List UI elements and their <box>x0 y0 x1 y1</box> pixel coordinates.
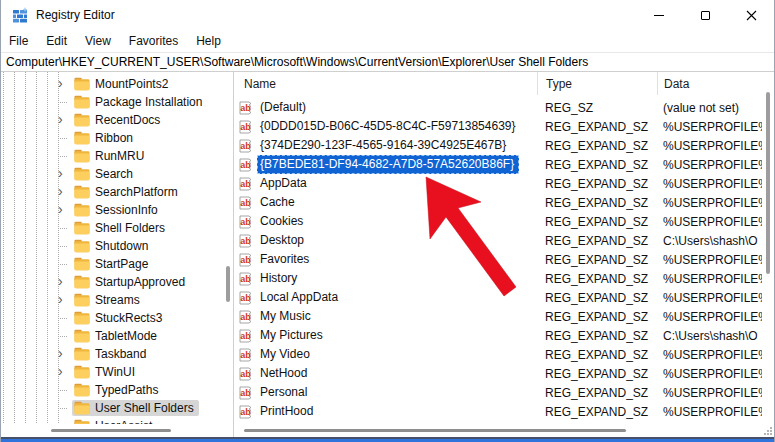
tree-item[interactable]: TypedPaths <box>1 381 223 399</box>
value-name[interactable]: My Music <box>257 307 316 326</box>
tree-item-box[interactable]: Taskband <box>72 346 151 362</box>
value-name[interactable]: AppData <box>257 174 312 193</box>
tree-item[interactable]: RunMRU <box>1 147 223 165</box>
list-vscroll-thumb[interactable] <box>766 92 770 274</box>
list-horizontal-scrollbar[interactable] <box>234 424 762 437</box>
value-row[interactable]: ab AppData REG_EXPAND_SZ %USERPROFILE% <box>234 174 774 193</box>
menu-item[interactable]: Favorites <box>129 32 187 51</box>
column-header-type[interactable]: Type <box>537 72 657 95</box>
value-name[interactable]: Cache <box>257 193 300 212</box>
column-header-data[interactable]: Data <box>657 72 774 95</box>
tree-item-box[interactable]: StartupApproved <box>72 274 190 290</box>
value-name[interactable]: {B7BEDE81-DF94-4682-A7D8-57A52620B86F} <box>257 155 519 174</box>
value-name[interactable]: PrintHood <box>257 402 318 421</box>
value-name-cell[interactable]: ab Desktop <box>234 231 537 250</box>
tree-item[interactable]: › Taskband <box>1 345 223 363</box>
tree-item-box[interactable]: TypedPaths <box>72 382 163 398</box>
tree-twisty[interactable] <box>58 242 72 251</box>
value-name[interactable]: {374DE290-123F-4565-9164-39C4925E467B} <box>257 136 511 155</box>
menu-item[interactable]: Help <box>196 32 230 51</box>
value-row[interactable]: ab (Default) REG_SZ (value not set) <box>234 98 774 117</box>
value-name[interactable]: History <box>257 269 302 288</box>
tree-item[interactable]: Shutdown <box>1 237 223 255</box>
tree-twisty[interactable] <box>58 404 72 413</box>
value-row[interactable]: ab PrintHood REG_EXPAND_SZ %USERPROFILE% <box>234 402 774 421</box>
tree-item[interactable]: Ribbon <box>1 129 223 147</box>
tree-twisty[interactable] <box>58 314 72 323</box>
value-name[interactable]: Favorites <box>257 250 314 269</box>
close-button[interactable] <box>728 0 774 30</box>
tree-item-box[interactable]: RunMRU <box>72 148 149 164</box>
value-name-cell[interactable]: ab My Video <box>234 345 537 364</box>
value-row[interactable]: ab My Music REG_EXPAND_SZ %USERPROFILE% <box>234 307 774 326</box>
address-bar[interactable]: Computer\HKEY_CURRENT_USER\Software\Micr… <box>1 52 774 72</box>
tree-item-box[interactable]: User Shell Folders <box>72 400 199 416</box>
value-row[interactable]: ab Personal REG_EXPAND_SZ %USERPROFILE% <box>234 383 774 402</box>
tree-item[interactable]: Package Installation <box>1 93 223 111</box>
tree-twisty[interactable] <box>58 134 72 143</box>
list-hscroll-thumb[interactable] <box>244 429 626 432</box>
window-resize-grip[interactable] <box>763 426 773 436</box>
value-row[interactable]: ab Cache REG_EXPAND_SZ %USERPROFILE% <box>234 193 774 212</box>
tree-twisty[interactable] <box>58 224 72 233</box>
value-row[interactable]: ab My Pictures REG_EXPAND_SZ C:\Users\sh… <box>234 326 774 345</box>
tree-item[interactable]: › TWinUI <box>1 363 223 381</box>
tree-item-box[interactable]: TWinUI <box>72 364 140 380</box>
column-header-name[interactable]: Name <box>234 72 537 95</box>
tree-item-box[interactable]: SessionInfo <box>72 202 163 218</box>
tree-item[interactable]: › Search <box>1 165 223 183</box>
value-name-cell[interactable]: ab My Pictures <box>234 326 537 345</box>
tree-item-box[interactable]: Ribbon <box>72 130 138 146</box>
value-row[interactable]: ab Favorites REG_EXPAND_SZ %USERPROFILE% <box>234 250 774 269</box>
tree-twisty[interactable]: › <box>58 295 72 305</box>
tree-twisty[interactable]: › <box>58 187 72 197</box>
value-name-cell[interactable]: ab Cache <box>234 193 537 212</box>
value-name[interactable]: Personal <box>257 383 312 402</box>
tree-item[interactable]: User Shell Folders <box>1 399 223 417</box>
menu-item[interactable]: Edit <box>46 32 76 51</box>
tree-item[interactable]: TabletMode <box>1 327 223 345</box>
tree-item-box[interactable]: Search <box>72 166 138 182</box>
tree-item-box[interactable]: Shutdown <box>72 238 153 254</box>
value-name[interactable]: Desktop <box>257 231 309 250</box>
value-name-cell[interactable]: ab Favorites <box>234 250 537 269</box>
tree-twisty[interactable] <box>58 152 72 161</box>
tree-twisty[interactable] <box>58 386 72 395</box>
maximize-button[interactable] <box>682 0 728 30</box>
value-name-cell[interactable]: ab Local AppData <box>234 288 537 307</box>
tree-item[interactable]: › Streams <box>1 291 223 309</box>
value-row[interactable]: ab {0DDD015D-B06C-45D5-8C4C-F59713854639… <box>234 117 774 136</box>
tree-item[interactable]: › StartupApproved <box>1 273 223 291</box>
tree-item[interactable]: › MountPoints2 <box>1 75 223 93</box>
minimize-button[interactable] <box>636 0 682 30</box>
tree-item-box[interactable]: Package Installation <box>72 94 207 110</box>
value-name-cell[interactable]: ab PrintHood <box>234 402 537 421</box>
tree-twisty[interactable] <box>58 260 72 269</box>
tree-twisty[interactable] <box>58 332 72 341</box>
value-row[interactable]: ab Local AppData REG_EXPAND_SZ %USERPROF… <box>234 288 774 307</box>
tree-item-box[interactable]: StuckRects3 <box>72 310 167 326</box>
tree-vertical-scrollbar[interactable] <box>223 72 233 424</box>
menu-item[interactable]: View <box>85 32 120 51</box>
list-vertical-scrollbar[interactable] <box>762 78 774 424</box>
tree-item[interactable]: Shell Folders <box>1 219 223 237</box>
value-name-cell[interactable]: ab My Music <box>234 307 537 326</box>
tree-item[interactable]: › SessionInfo <box>1 201 223 219</box>
value-row[interactable]: ab {B7BEDE81-DF94-4682-A7D8-57A52620B86F… <box>234 155 774 174</box>
value-name[interactable]: Local AppData <box>257 288 343 307</box>
tree-twisty[interactable]: › <box>58 169 72 179</box>
menu-item[interactable]: File <box>9 32 37 51</box>
tree-twisty[interactable]: › <box>58 277 72 287</box>
tree-item-box[interactable]: TabletMode <box>72 328 162 344</box>
value-name[interactable]: (Default) <box>257 98 311 117</box>
tree-horizontal-scrollbar[interactable] <box>1 424 223 437</box>
value-name-cell[interactable]: ab AppData <box>234 174 537 193</box>
value-name[interactable]: {0DDD015D-B06C-45D5-8C4C-F59713854639} <box>257 117 521 136</box>
tree-item[interactable]: StuckRects3 <box>1 309 223 327</box>
value-name-cell[interactable]: ab (Default) <box>234 98 537 117</box>
tree-item[interactable]: UserAssist <box>1 417 223 424</box>
tree-item-box[interactable]: RecentDocs <box>72 112 165 128</box>
tree-vscroll-thumb[interactable] <box>226 266 230 302</box>
tree-item[interactable]: › RecentDocs <box>1 111 223 129</box>
tree-twisty[interactable]: › <box>58 205 72 215</box>
